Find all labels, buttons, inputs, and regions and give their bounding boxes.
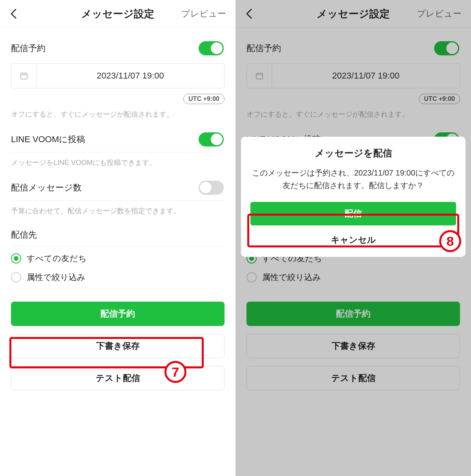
action-buttons: 配信予約 下書き保存 テスト配信 [0,287,236,394]
voom-toggle[interactable] [199,132,224,146]
dialog-cancel-button[interactable]: キャンセル [250,234,456,246]
datetime-value: 2023/11/07 19:00 [37,64,224,88]
datetime-value: 2023/11/07 19:00 [272,64,460,88]
action-buttons: 配信予約 下書き保存 テスト配信 [236,287,471,394]
voom-section: LINE VOOMに投稿 メッセージをLINE VOOMにも投稿できます。 [0,119,236,167]
toggle-knob [200,182,212,194]
save-draft-button[interactable]: 下書き保存 [11,334,225,358]
radio-icon [11,253,21,264]
schedule-section: 配信予約 2023/11/07 19:00 UTC +9:00 オフにすると、す… [0,28,236,119]
audience-radios: すべての友だち 属性で絞り込み [11,249,225,287]
voom-helper: メッセージをLINE VOOMにも投稿できます。 [11,158,225,167]
radio-label: 属性で絞り込み [27,272,86,283]
preview-link[interactable]: プレビュー [181,8,226,20]
audience-radio-all[interactable]: すべての友だち [11,249,225,268]
send-test-button[interactable]: テスト配信 [11,366,225,390]
radio-icon [246,272,257,282]
audience-section: 配信先 すべての友だち 属性で絞り込み [0,216,236,287]
calendar-icon [11,64,37,88]
voom-row: LINE VOOMに投稿 [11,127,225,152]
schedule-label: 配信予約 [246,42,281,54]
count-row: 配信メッセージ数 [11,175,225,201]
datetime-field[interactable]: 2023/11/07 19:00 [246,63,460,88]
right-panel: メッセージ設定 プレビュー 配信予約 2023/11/07 19:00 UTC … [236,0,471,476]
count-helper: 予算に合わせて、配信メッセージ数を指定できます。 [11,206,225,216]
utc-badge[interactable]: UTC +9:00 [183,94,225,104]
audience-label: 配信先 [11,229,37,241]
svg-rect-0 [20,73,27,79]
back-icon[interactable] [243,8,254,19]
toggle-knob [446,42,458,54]
schedule-toggle[interactable] [199,41,224,55]
send-dialog: メッセージを配信 このメッセージは予約され、2023/11/07 19:00にす… [241,137,466,257]
toggle-knob [211,42,223,54]
page-title: メッセージ設定 [317,7,390,21]
dialog-send-button[interactable]: 配信 [250,202,456,225]
radio-icon [11,272,21,282]
schedule-helper: オフにすると、すぐにメッセージが配信されます。 [11,110,225,119]
schedule-section: 配信予約 2023/11/07 19:00 UTC +9:00 オフにすると、す… [236,28,471,119]
save-draft-button[interactable]: 下書き保存 [246,334,460,358]
radio-label: 属性で絞り込み [262,272,321,283]
radio-label: すべての友だち [27,253,87,264]
voom-label: LINE VOOMに投稿 [11,134,85,145]
count-section: 配信メッセージ数 予算に合わせて、配信メッセージ数を指定できます。 [0,167,236,216]
svg-rect-1 [256,73,263,79]
utc-row: UTC +9:00 [246,94,460,104]
schedule-toggle[interactable] [434,41,459,55]
calendar-icon [247,64,272,88]
left-panel: メッセージ設定 プレビュー 配信予約 2023/11/07 19:00 UTC … [0,0,236,476]
count-toggle[interactable] [199,181,224,195]
back-icon[interactable] [8,8,19,19]
datetime-field[interactable]: 2023/11/07 19:00 [11,63,225,88]
preview-link[interactable]: プレビュー [417,8,462,20]
schedule-helper: オフにすると、すぐにメッセージが配信されます。 [246,110,460,119]
dialog-body: このメッセージは予約され、2023/11/07 19:00にすべての友だちに配信… [250,167,456,192]
audience-row: 配信先 [11,223,225,247]
dialog-title: メッセージを配信 [250,147,456,159]
header: メッセージ設定 プレビュー [236,0,471,28]
schedule-send-button[interactable]: 配信予約 [11,302,225,326]
audience-radio-filter[interactable]: 属性で絞り込み [246,268,460,287]
utc-badge[interactable]: UTC +9:00 [419,94,460,104]
schedule-row: 配信予約 [11,36,225,61]
page-title: メッセージ設定 [81,7,154,21]
audience-radio-filter[interactable]: 属性で絞り込み [11,268,225,287]
utc-row: UTC +9:00 [11,94,225,104]
send-test-button[interactable]: テスト配信 [246,366,460,390]
schedule-row: 配信予約 [246,36,460,61]
toggle-knob [211,134,223,145]
count-label: 配信メッセージ数 [11,182,82,194]
schedule-send-button[interactable]: 配信予約 [246,302,460,326]
header: メッセージ設定 プレビュー [0,0,236,28]
schedule-label: 配信予約 [11,42,46,54]
